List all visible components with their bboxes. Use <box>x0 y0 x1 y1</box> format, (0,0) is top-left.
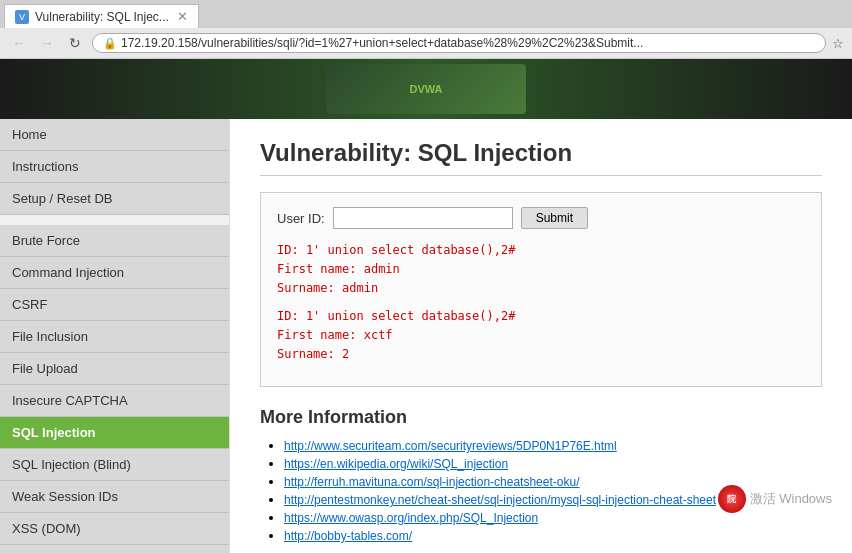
result-2-line3: Surname: 2 <box>277 345 805 364</box>
sidebar-item-file-upload[interactable]: File Upload <box>0 353 229 385</box>
result-1-line2: First name: admin <box>277 260 805 279</box>
reload-button[interactable]: ↻ <box>64 32 86 54</box>
info-link-4[interactable]: http://pentestmonkey.net/cheat-sheet/sql… <box>284 493 716 507</box>
submit-button[interactable]: Submit <box>521 207 588 229</box>
form-row: User ID: Submit <box>277 207 805 229</box>
active-tab[interactable]: V Vulnerability: SQL Injec... ✕ <box>4 4 199 28</box>
content-area: Vulnerability: SQL Injection User ID: Su… <box>230 119 852 553</box>
sidebar-item-brute-force[interactable]: Brute Force <box>0 225 229 257</box>
forward-button[interactable]: → <box>36 32 58 54</box>
main-layout: Home Instructions Setup / Reset DB Brute… <box>0 119 852 553</box>
result-block-1: ID: 1' union select database(),2# First … <box>277 241 805 299</box>
list-item: http://bobby-tables.com/ <box>284 528 822 543</box>
sidebar-item-sql-injection-blind[interactable]: SQL Injection (Blind) <box>0 449 229 481</box>
more-info-title: More Information <box>260 407 822 428</box>
result-1-line1: ID: 1' union select database(),2# <box>277 241 805 260</box>
url-text: 172.19.20.158/vulnerabilities/sqli/?id=1… <box>121 36 815 50</box>
tab-bar: V Vulnerability: SQL Injec... ✕ <box>0 0 852 28</box>
back-button[interactable]: ← <box>8 32 30 54</box>
sidebar-item-instructions[interactable]: Instructions <box>0 151 229 183</box>
dvwa-header: DVWA <box>0 59 852 119</box>
form-box: User ID: Submit ID: 1' union select data… <box>260 192 822 387</box>
sidebar-item-insecure-captcha[interactable]: Insecure CAPTCHA <box>0 385 229 417</box>
info-link-1[interactable]: http://www.securiteam.com/securityreview… <box>284 439 617 453</box>
info-link-3[interactable]: http://ferruh.mavituna.com/sql-injection… <box>284 475 579 489</box>
bookmark-icon[interactable]: ☆ <box>832 36 844 51</box>
tab-title: Vulnerability: SQL Injec... <box>35 10 169 24</box>
sidebar-item-setup[interactable]: Setup / Reset DB <box>0 183 229 215</box>
result-1-line3: Surname: admin <box>277 279 805 298</box>
user-id-label: User ID: <box>277 211 325 226</box>
info-link-6[interactable]: http://bobby-tables.com/ <box>284 529 412 543</box>
sidebar-item-command-injection[interactable]: Command Injection <box>0 257 229 289</box>
info-link-5[interactable]: https://www.owasp.org/index.php/SQL_Inje… <box>284 511 538 525</box>
url-bar[interactable]: 🔒 172.19.20.158/vulnerabilities/sqli/?id… <box>92 33 826 53</box>
result-2-line1: ID: 1' union select database(),2# <box>277 307 805 326</box>
sidebar-spacer-1 <box>0 215 229 225</box>
info-links-list: http://www.securiteam.com/securityreview… <box>260 438 822 543</box>
sidebar-item-xss-dom[interactable]: XSS (DOM) <box>0 513 229 545</box>
sidebar-item-weak-session-ids[interactable]: Weak Session IDs <box>0 481 229 513</box>
sidebar-item-sql-injection[interactable]: SQL Injection <box>0 417 229 449</box>
sidebar-item-file-inclusion[interactable]: File Inclusion <box>0 321 229 353</box>
list-item: http://ferruh.mavituna.com/sql-injection… <box>284 474 822 489</box>
result-block-2: ID: 1' union select database(),2# First … <box>277 307 805 365</box>
sidebar-item-xss-reflected[interactable]: XSS (Reflected) <box>0 545 229 553</box>
address-bar: ← → ↻ 🔒 172.19.20.158/vulnerabilities/sq… <box>0 28 852 58</box>
lock-icon: 🔒 <box>103 37 117 50</box>
sidebar-item-csrf[interactable]: CSRF <box>0 289 229 321</box>
sidebar: Home Instructions Setup / Reset DB Brute… <box>0 119 230 553</box>
browser-chrome: V Vulnerability: SQL Injec... ✕ ← → ↻ 🔒 … <box>0 0 852 59</box>
list-item: http://www.securiteam.com/securityreview… <box>284 438 822 453</box>
list-item: http://pentestmonkey.net/cheat-sheet/sql… <box>284 492 822 507</box>
list-item: https://www.owasp.org/index.php/SQL_Inje… <box>284 510 822 525</box>
tab-favicon: V <box>15 10 29 24</box>
page-title: Vulnerability: SQL Injection <box>260 139 822 176</box>
result-2-line2: First name: xctf <box>277 326 805 345</box>
result-output: ID: 1' union select database(),2# First … <box>277 241 805 364</box>
dvwa-logo: DVWA <box>326 64 526 114</box>
sidebar-item-home[interactable]: Home <box>0 119 229 151</box>
info-link-2[interactable]: https://en.wikipedia.org/wiki/SQL_inject… <box>284 457 508 471</box>
user-id-input[interactable] <box>333 207 513 229</box>
tab-close-button[interactable]: ✕ <box>169 9 188 24</box>
list-item: https://en.wikipedia.org/wiki/SQL_inject… <box>284 456 822 471</box>
